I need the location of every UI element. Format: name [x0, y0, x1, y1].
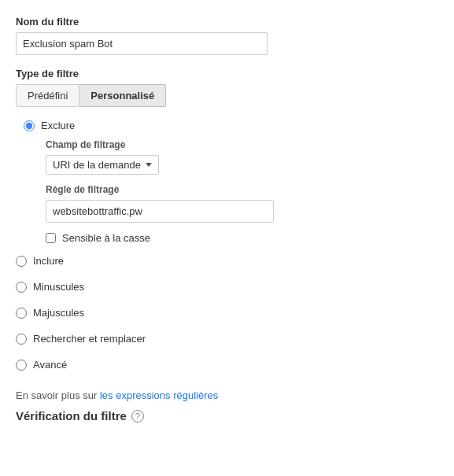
filter-name-input[interactable] — [16, 32, 268, 55]
sensible-casse-section: Sensible à la casse — [24, 232, 438, 244]
champ-filtrage-label: Champ de filtrage — [46, 139, 438, 150]
regle-filtrage-section: Règle de filtrage — [24, 184, 438, 223]
radio-minuscules[interactable]: Minuscules — [16, 281, 438, 293]
filter-name-section: Nom du filtre — [16, 16, 438, 55]
filter-type-label: Type de filtre — [16, 68, 438, 79]
other-options-group: Inclure Minuscules Majuscules Rechercher… — [16, 255, 438, 378]
radio-exclure-input[interactable] — [24, 120, 35, 131]
champ-filtrage-value: URI de la demande — [53, 159, 141, 171]
radio-avance[interactable]: Avancé — [16, 359, 438, 371]
link-prefix-text: En savoir plus sur — [16, 389, 100, 401]
filter-name-label: Nom du filtre — [16, 16, 438, 28]
tab-personnalise[interactable]: Personnalisé — [79, 84, 166, 107]
radio-exclure[interactable]: Exclure — [24, 120, 438, 131]
verification-section: Vérification du filtre ? — [16, 409, 438, 422]
regle-filtrage-label: Règle de filtrage — [46, 184, 438, 195]
radio-majuscules-label: Majuscules — [33, 307, 84, 319]
expressions-regulieres-link[interactable]: les expressions régulières — [100, 389, 218, 401]
sensible-casse-input[interactable] — [46, 233, 56, 243]
radio-avance-label: Avancé — [33, 359, 67, 371]
dropdown-arrow-icon — [146, 163, 152, 167]
champ-filtrage-dropdown[interactable]: URI de la demande — [46, 155, 159, 175]
regle-filtrage-input[interactable] — [46, 200, 274, 223]
radio-majuscules-input[interactable] — [16, 308, 27, 319]
radio-inclure-input[interactable] — [16, 256, 27, 267]
sensible-casse-checkbox-row[interactable]: Sensible à la casse — [46, 232, 438, 244]
filter-type-tabs: Prédéfini Personnalisé — [16, 84, 438, 107]
sensible-casse-label: Sensible à la casse — [62, 232, 150, 244]
filter-type-section: Type de filtre Prédéfini Personnalisé — [16, 68, 438, 107]
radio-minuscules-input[interactable] — [16, 282, 27, 293]
radio-rechercher-input[interactable] — [16, 334, 27, 345]
verification-title: Vérification du filtre — [16, 409, 127, 422]
radio-inclure-label: Inclure — [33, 255, 64, 267]
radio-avance-input[interactable] — [16, 360, 27, 371]
radio-rechercher-remplacer[interactable]: Rechercher et remplacer — [16, 333, 438, 345]
radio-exclure-label: Exclure — [41, 120, 75, 131]
radio-majuscules[interactable]: Majuscules — [16, 307, 438, 319]
radio-rechercher-label: Rechercher et remplacer — [33, 333, 146, 345]
tab-predefini[interactable]: Prédéfini — [16, 84, 79, 107]
champ-filtrage-section: Champ de filtrage URI de la demande — [24, 139, 438, 175]
help-icon[interactable]: ? — [131, 410, 144, 422]
radio-inclure[interactable]: Inclure — [16, 255, 438, 267]
link-section: En savoir plus sur les expressions régul… — [16, 389, 438, 401]
radio-minuscules-label: Minuscules — [33, 281, 84, 293]
custom-section: Exclure Champ de filtrage URI de la dema… — [16, 120, 438, 244]
